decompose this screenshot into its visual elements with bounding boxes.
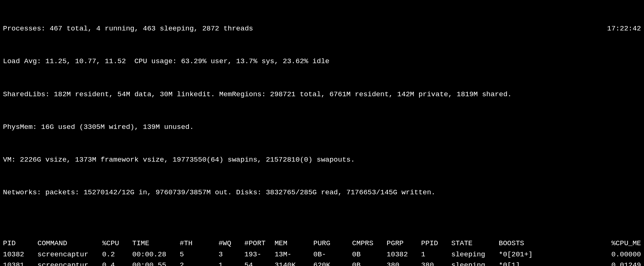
cell-state: sleeping [451, 249, 499, 260]
cell-ppid: 380 [421, 260, 451, 266]
cell-pid: 10382 [3, 249, 38, 260]
col-cpu: %CPU [102, 238, 132, 249]
col-cpume: %CPU_ME [593, 238, 641, 249]
cell-cpume: 0.01249 [593, 260, 641, 266]
cell-cmprs: 0B [352, 260, 387, 266]
cell-boosts: *0[201+] [499, 249, 593, 260]
cell-wq: 1 [219, 260, 245, 266]
terminal-screen[interactable]: Processes: 467 total, 4 running, 463 sle… [0, 0, 644, 266]
cell-time: 00:00.55 [132, 260, 180, 266]
cell-th: 2 [180, 260, 218, 266]
cell-ppid: 1 [421, 249, 451, 260]
summary-net-disks: Networks: packets: 15270142/12G in, 9760… [3, 187, 641, 198]
cell-cmd: screencaptur [38, 260, 102, 266]
col-port: #PORT [244, 238, 274, 249]
summary-processes-line: Processes: 467 total, 4 running, 463 sle… [3, 23, 641, 34]
cell-boosts: *0[1] [499, 260, 593, 266]
cell-cpu: 0.4 [102, 260, 132, 266]
cell-cmd: screencaptur [38, 249, 102, 260]
col-pid: PID [3, 238, 38, 249]
summary-load-cpu: Load Avg: 11.25, 10.77, 11.52 CPU usage:… [3, 56, 641, 67]
process-row: 10382screencaptur0.200:00.2853193-13M-0B… [3, 249, 641, 260]
col-time: TIME [132, 238, 180, 249]
cell-cmprs: 0B [352, 249, 387, 260]
clock: 17:22:42 [607, 23, 641, 34]
cell-th: 5 [180, 249, 218, 260]
cell-port: 54 [244, 260, 274, 266]
cell-cpume: 0.00000 [593, 249, 641, 260]
col-mem: MEM [274, 238, 313, 249]
process-table: PID COMMAND %CPU TIME #TH #WQ #PORT MEM … [3, 238, 641, 266]
process-row: 10381screencaptur0.400:00.5521543140K620… [3, 260, 641, 266]
cell-time: 00:00.28 [132, 249, 180, 260]
cell-state: sleeping [451, 260, 499, 266]
summary-sharedlibs: SharedLibs: 182M resident, 54M data, 30M… [3, 89, 641, 100]
col-wq: #WQ [219, 238, 245, 249]
cell-mem: 13M- [274, 249, 313, 260]
cell-mem: 3140K [274, 260, 313, 266]
col-pgrp: PGRP [387, 238, 421, 249]
col-th: #TH [180, 238, 218, 249]
summary-vm: VM: 2226G vsize, 1373M framework vsize, … [3, 155, 641, 165]
cell-pgrp: 380 [387, 260, 421, 266]
col-command: COMMAND [38, 238, 102, 249]
col-cmprs: CMPRS [352, 238, 387, 249]
cell-purg: 620K [313, 260, 352, 266]
cell-pgrp: 10382 [387, 249, 421, 260]
cell-wq: 3 [219, 249, 245, 260]
cell-port: 193- [244, 249, 274, 260]
col-boosts: BOOSTS [499, 238, 593, 249]
cell-purg: 0B- [313, 249, 352, 260]
col-state: STATE [451, 238, 499, 249]
summary-processes: Processes: 467 total, 4 running, 463 sle… [3, 25, 253, 33]
cell-cpu: 0.2 [102, 249, 132, 260]
process-table-header-row: PID COMMAND %CPU TIME #TH #WQ #PORT MEM … [3, 238, 641, 249]
summary-physmem: PhysMem: 16G used (3305M wired), 139M un… [3, 122, 641, 133]
cell-pid: 10381 [3, 260, 38, 266]
col-ppid: PPID [421, 238, 451, 249]
col-purg: PURG [313, 238, 352, 249]
